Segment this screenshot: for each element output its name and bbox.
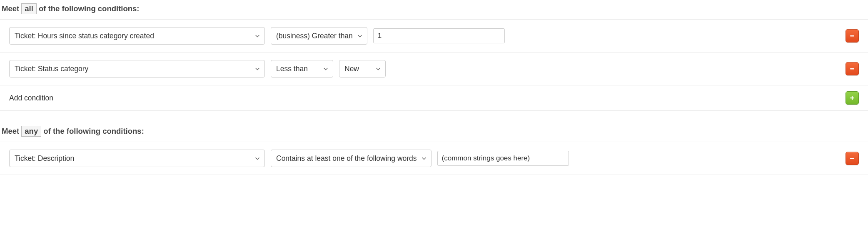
condition-field-value: Ticket: Description <box>15 154 74 163</box>
chevron-down-icon <box>323 66 329 72</box>
header-text-post: of the following conditions: <box>37 4 140 13</box>
condition-field-select[interactable]: Ticket: Hours since status category crea… <box>9 27 265 45</box>
svg-rect-1 <box>850 68 854 69</box>
condition-row: Ticket: Description Contains at least on… <box>0 142 868 175</box>
remove-condition-button[interactable] <box>846 152 859 165</box>
header-text-post: of the following conditions: <box>41 127 144 135</box>
remove-condition-button[interactable] <box>846 62 859 75</box>
condition-operator-value: Less than <box>276 65 308 73</box>
add-condition-button[interactable] <box>846 91 859 105</box>
condition-row: Ticket: Hours since status category crea… <box>0 20 868 52</box>
condition-value-input[interactable] <box>437 151 569 166</box>
condition-field-value: Ticket: Hours since status category crea… <box>15 32 154 40</box>
condition-row: Ticket: Status category Less than New <box>0 52 868 85</box>
remove-condition-button[interactable] <box>846 29 859 42</box>
condition-value-text: New <box>344 65 359 73</box>
condition-operator-select[interactable]: Less than <box>271 60 333 78</box>
chevron-down-icon <box>357 33 363 39</box>
add-condition-row: Add condition <box>0 85 868 111</box>
chevron-down-icon <box>254 155 260 161</box>
condition-field-select[interactable]: Ticket: Description <box>9 150 265 167</box>
chevron-down-icon <box>421 155 427 161</box>
header-text-pre: Meet <box>2 127 21 135</box>
condition-field-value: Ticket: Status category <box>15 65 88 73</box>
condition-value-select[interactable]: New <box>339 60 386 78</box>
svg-rect-0 <box>850 35 854 36</box>
chevron-down-icon <box>254 33 260 39</box>
condition-operator-select[interactable]: (business) Greater than <box>271 27 367 45</box>
chevron-down-icon <box>375 66 381 72</box>
chevron-down-icon <box>254 66 260 72</box>
condition-operator-value: (business) Greater than <box>276 32 353 40</box>
svg-rect-4 <box>850 158 854 159</box>
condition-value-input[interactable] <box>373 28 505 43</box>
conditions-all-header: Meet all of the following conditions: <box>0 0 868 19</box>
condition-operator-select[interactable]: Contains at least one of the following w… <box>271 150 432 167</box>
conditions-any-header: Meet any of the following conditions: <box>0 122 868 142</box>
quantifier-all: all <box>21 3 37 14</box>
svg-rect-3 <box>852 96 853 100</box>
add-condition-label: Add condition <box>9 94 53 102</box>
quantifier-any: any <box>21 126 41 137</box>
header-text-pre: Meet <box>2 4 21 13</box>
condition-operator-value: Contains at least one of the following w… <box>276 154 417 163</box>
condition-field-select[interactable]: Ticket: Status category <box>9 60 265 78</box>
